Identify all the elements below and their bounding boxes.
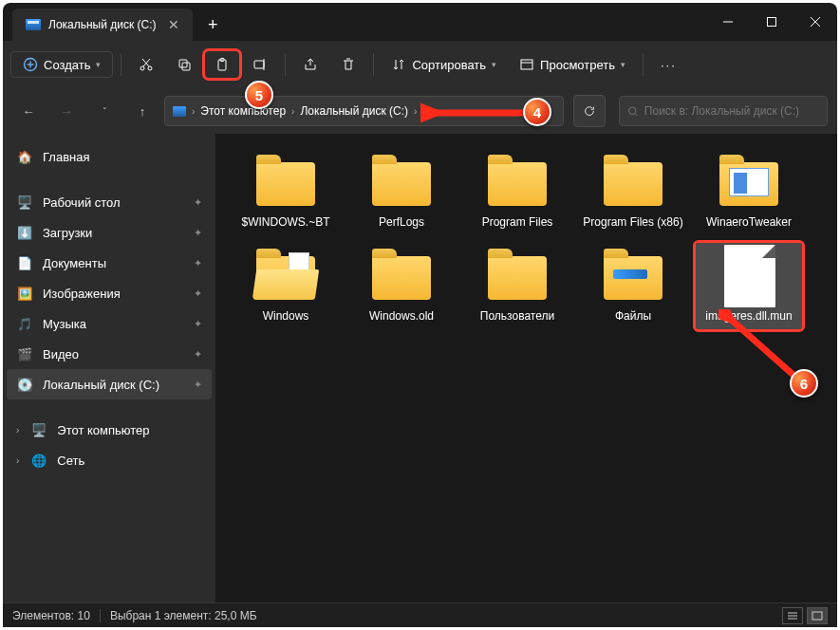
chevron-right-icon[interactable]: ›: [16, 425, 19, 435]
sidebar-item-documents[interactable]: 📄 Документы ✦: [7, 248, 212, 278]
svg-rect-26: [812, 612, 822, 620]
tab-active[interactable]: Локальный диск (C:) ✕: [12, 9, 193, 41]
sidebar-label: Сеть: [57, 454, 84, 468]
disk-icon: 💽: [16, 376, 33, 393]
sidebar-item-music[interactable]: 🎵 Музыка ✦: [7, 308, 212, 339]
search-icon: [627, 105, 639, 118]
item-label: imageres.dll.mun: [705, 309, 792, 324]
item-label: Пользователи: [480, 309, 554, 324]
folder-icon: [488, 162, 547, 206]
folder-item[interactable]: Файлы: [580, 243, 686, 329]
separator: [373, 53, 374, 76]
sidebar-label: Рабочий стол: [43, 195, 121, 210]
sidebar-label: Загрузки: [43, 226, 92, 240]
folder-item[interactable]: Windows.old: [348, 243, 455, 329]
sidebar-label: Изображения: [43, 287, 121, 301]
sidebar-item-downloads[interactable]: ⬇️ Загрузки ✦: [7, 217, 212, 248]
sort-button[interactable]: Сортировать ▾: [382, 51, 506, 78]
titlebar: Локальный диск (C:) ✕ +: [3, 3, 837, 41]
breadcrumb-segment[interactable]: Этот компьютер: [200, 104, 286, 118]
breadcrumb[interactable]: › Этот компьютер › Локальный диск (C:) ›: [164, 96, 564, 126]
folder-item[interactable]: PerfLogs: [348, 149, 455, 235]
refresh-button[interactable]: [573, 95, 606, 127]
folder-item[interactable]: WinaeroTweaker: [696, 149, 802, 235]
explorer-window: Локальный диск (C:) ✕ + Создать ▾: [3, 3, 837, 627]
folder-icon: [719, 162, 778, 206]
downloads-icon: ⬇️: [16, 224, 33, 241]
chevron-right-icon[interactable]: ›: [291, 106, 294, 117]
icons-view-button[interactable]: [807, 607, 828, 624]
maximize-button[interactable]: [750, 3, 793, 41]
sidebar-label: Главная: [43, 150, 89, 164]
item-label: Windows: [263, 309, 309, 324]
delete-button[interactable]: [331, 51, 365, 78]
close-tab-icon[interactable]: ✕: [168, 17, 179, 32]
breadcrumb-segment[interactable]: Локальный диск (C:): [300, 104, 408, 118]
sidebar-item-network[interactable]: › 🌐 Сеть: [7, 445, 212, 475]
create-label: Создать: [44, 58, 90, 72]
new-tab-button[interactable]: +: [208, 15, 218, 35]
folder-icon: [256, 256, 315, 300]
folder-item[interactable]: Program Files: [464, 149, 570, 235]
folder-item[interactable]: Windows: [233, 243, 339, 329]
up-button[interactable]: ↑: [126, 95, 159, 127]
chevron-right-icon[interactable]: ›: [16, 455, 19, 466]
create-button[interactable]: Создать ▾: [10, 51, 113, 78]
pc-icon: 🖥️: [30, 421, 47, 438]
pin-icon: ✦: [194, 379, 202, 391]
folder-item[interactable]: Program Files (x86): [580, 149, 686, 235]
view-button[interactable]: Просмотреть ▾: [510, 51, 635, 78]
svg-line-9: [143, 59, 150, 66]
more-button[interactable]: ···: [651, 52, 686, 78]
separator: [285, 53, 286, 76]
items-grid: $WINDOWS.~BTPerfLogsProgram FilesProgram…: [233, 149, 820, 329]
minimize-button[interactable]: [706, 3, 750, 41]
sidebar-home[interactable]: 🏠 Главная: [7, 141, 212, 172]
sidebar-item-pictures[interactable]: 🖼️ Изображения ✦: [7, 278, 212, 308]
chevron-right-icon[interactable]: ›: [414, 106, 417, 117]
folder-item[interactable]: Пользователи: [464, 243, 570, 329]
desktop-icon: 🖥️: [16, 194, 33, 211]
content-pane[interactable]: $WINDOWS.~BTPerfLogsProgram FilesProgram…: [215, 134, 837, 602]
sidebar-item-pc[interactable]: › 🖥️ Этот компьютер: [7, 415, 212, 445]
file-item[interactable]: imageres.dll.mun: [696, 243, 802, 329]
pin-icon: ✦: [194, 348, 202, 361]
item-label: Program Files: [482, 215, 553, 230]
share-button[interactable]: [293, 51, 327, 78]
svg-point-8: [148, 66, 152, 70]
item-label: PerfLogs: [379, 215, 424, 230]
svg-line-10: [142, 59, 149, 66]
rename-button[interactable]: [243, 51, 277, 78]
tab-title: Локальный диск (C:): [48, 18, 160, 31]
sidebar-item-disk[interactable]: 💽 Локальный диск (C:) ✦: [7, 369, 212, 399]
copy-button[interactable]: [167, 51, 201, 78]
svg-point-19: [628, 107, 635, 114]
close-window-button[interactable]: [793, 3, 837, 41]
separator: [100, 609, 101, 622]
folder-icon: [604, 162, 663, 206]
svg-rect-1: [768, 18, 776, 27]
documents-icon: 📄: [16, 254, 33, 271]
music-icon: 🎵: [16, 315, 33, 332]
pictures-icon: 🖼️: [16, 285, 33, 302]
sidebar-label: Этот компьютер: [57, 423, 149, 437]
folder-item[interactable]: $WINDOWS.~BT: [233, 149, 339, 235]
cut-button[interactable]: [129, 51, 163, 78]
pin-icon: ✦: [194, 318, 202, 330]
svg-rect-15: [254, 61, 264, 68]
chevron-down-icon: ▾: [96, 60, 101, 69]
sidebar-label: Документы: [43, 256, 106, 270]
recent-button[interactable]: ˅: [88, 95, 121, 127]
search-box[interactable]: [619, 96, 828, 126]
item-label: Windows.old: [369, 309, 434, 324]
details-view-button[interactable]: [782, 607, 803, 624]
forward-button[interactable]: →: [50, 95, 83, 127]
window-controls: [706, 3, 837, 41]
search-input[interactable]: [644, 104, 819, 118]
back-button[interactable]: ←: [12, 95, 45, 127]
paste-button[interactable]: [205, 51, 239, 78]
chevron-right-icon[interactable]: ›: [192, 106, 195, 117]
sidebar-item-desktop[interactable]: 🖥️ Рабочий стол ✦: [7, 187, 212, 217]
svg-rect-12: [182, 63, 190, 70]
sidebar-item-video[interactable]: 🎬 Видео ✦: [7, 339, 212, 369]
